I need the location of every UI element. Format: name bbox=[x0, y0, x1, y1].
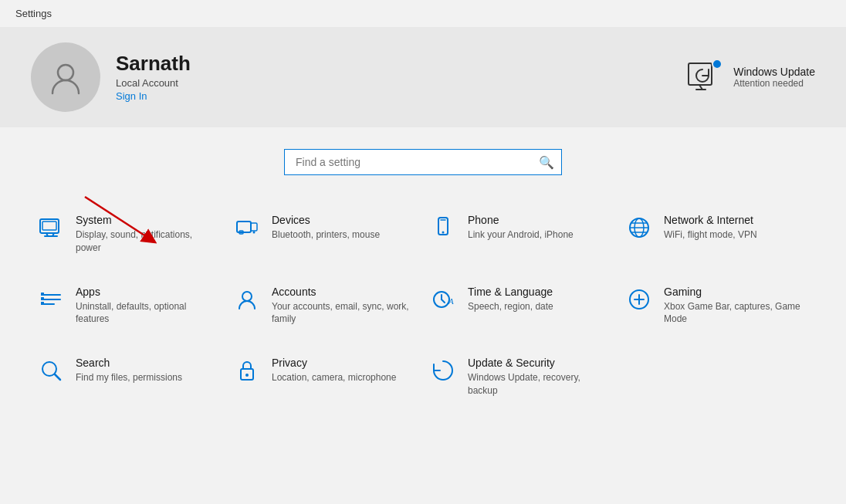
devices-desc: Bluetooth, printers, mouse bbox=[272, 228, 380, 242]
windows-update-button[interactable]: Windows Update Attention needed bbox=[685, 59, 815, 96]
find-a-setting-input[interactable] bbox=[284, 149, 562, 175]
system-title: System bbox=[76, 214, 215, 226]
update-security-icon bbox=[431, 358, 455, 386]
svg-rect-3 bbox=[42, 222, 56, 230]
network-icon bbox=[627, 215, 651, 243]
devices-title: Devices bbox=[272, 214, 380, 226]
phone-title: Phone bbox=[468, 214, 574, 226]
search-desc: Find my files, permissions bbox=[76, 371, 182, 384]
update-subtitle: Attention needed bbox=[733, 78, 815, 89]
svg-rect-19 bbox=[41, 293, 44, 296]
system-desc: Display, sound, notifications, power bbox=[76, 228, 215, 255]
setting-devices[interactable]: Devices Bluetooth, printers, mouse bbox=[227, 198, 423, 270]
setting-privacy[interactable]: Privacy Location, camera, microphone bbox=[227, 341, 423, 413]
accounts-text: Accounts Your accounts, email, sync, wor… bbox=[272, 286, 411, 326]
svg-rect-5 bbox=[251, 223, 257, 231]
svg-line-31 bbox=[55, 374, 60, 380]
time-desc: Speech, region, date bbox=[468, 300, 553, 313]
accounts-desc: Your accounts, email, sync, work, family bbox=[272, 300, 411, 326]
svg-point-7 bbox=[253, 232, 255, 234]
setting-update[interactable]: Update & Security Windows Update, recove… bbox=[423, 341, 619, 413]
time-title: Time & Language bbox=[468, 286, 553, 298]
setting-phone[interactable]: Phone Link your Android, iPhone bbox=[423, 198, 619, 270]
network-desc: WiFi, flight mode, VPN bbox=[664, 228, 757, 242]
system-icon bbox=[39, 215, 63, 243]
search-settings-icon bbox=[39, 358, 63, 386]
system-text: System Display, sound, notifications, po… bbox=[76, 214, 215, 255]
search-bar-wrap: 🔍 bbox=[284, 149, 562, 175]
update-text: Windows Update Attention needed bbox=[733, 66, 815, 89]
gaming-title: Gaming bbox=[664, 286, 803, 298]
avatar bbox=[31, 42, 100, 112]
update-text: Update & Security Windows Update, recove… bbox=[468, 357, 607, 397]
privacy-title: Privacy bbox=[272, 357, 396, 369]
phone-icon bbox=[431, 215, 455, 243]
search-bar-icon: 🔍 bbox=[539, 155, 554, 170]
privacy-desc: Location, camera, microphone bbox=[272, 371, 396, 384]
apps-text: Apps Uninstall, defaults, optional featu… bbox=[76, 286, 215, 326]
update-icon-wrap bbox=[685, 59, 722, 96]
svg-point-22 bbox=[242, 292, 252, 301]
account-type: Local Account bbox=[116, 77, 191, 89]
user-name: Sarnath bbox=[116, 52, 191, 76]
devices-icon bbox=[235, 215, 259, 243]
setting-accounts[interactable]: Accounts Your accounts, email, sync, wor… bbox=[227, 270, 423, 342]
apps-title: Apps bbox=[76, 286, 215, 298]
header: Sarnath Local Account Sign In Windows Up… bbox=[0, 27, 846, 127]
accounts-title: Accounts bbox=[272, 286, 411, 298]
phone-desc: Link your Android, iPhone bbox=[468, 228, 574, 242]
devices-text: Devices Bluetooth, printers, mouse bbox=[272, 214, 380, 242]
privacy-text: Privacy Location, camera, microphone bbox=[272, 357, 396, 384]
user-section: Sarnath Local Account Sign In bbox=[31, 42, 191, 112]
settings-grid: System Display, sound, notifications, po… bbox=[0, 191, 846, 421]
setting-apps[interactable]: Apps Uninstall, defaults, optional featu… bbox=[31, 270, 227, 342]
setting-system[interactable]: System Display, sound, notifications, po… bbox=[31, 198, 227, 270]
app-title: Settings bbox=[15, 8, 52, 19]
svg-text:A: A bbox=[448, 296, 454, 306]
setting-search[interactable]: Search Find my files, permissions bbox=[31, 341, 227, 413]
setting-network[interactable]: Network & Internet WiFi, flight mode, VP… bbox=[619, 198, 815, 270]
update-notification-dot bbox=[712, 59, 722, 69]
title-bar: Settings bbox=[0, 0, 846, 27]
search-title: Search bbox=[76, 357, 182, 369]
gaming-text: Gaming Xbox Game Bar, captures, Game Mod… bbox=[664, 286, 803, 326]
apps-icon bbox=[39, 287, 63, 315]
accounts-icon bbox=[235, 287, 259, 315]
search-text: Search Find my files, permissions bbox=[76, 357, 182, 384]
phone-text: Phone Link your Android, iPhone bbox=[468, 214, 574, 242]
svg-rect-20 bbox=[41, 297, 44, 300]
svg-rect-21 bbox=[41, 302, 44, 305]
update-desc: Windows Update, recovery, backup bbox=[468, 371, 607, 397]
svg-point-0 bbox=[58, 65, 73, 80]
gaming-desc: Xbox Game Bar, captures, Game Mode bbox=[664, 300, 803, 326]
update-title: Windows Update bbox=[733, 66, 815, 78]
svg-point-33 bbox=[245, 374, 249, 377]
privacy-icon bbox=[235, 358, 259, 386]
svg-line-25 bbox=[442, 299, 445, 303]
apps-desc: Uninstall, defaults, optional features bbox=[76, 300, 215, 326]
time-text: Time & Language Speech, region, date bbox=[468, 286, 553, 313]
search-bar-section: 🔍 bbox=[0, 127, 846, 191]
svg-point-9 bbox=[442, 232, 445, 234]
setting-time[interactable]: A Time & Language Speech, region, date bbox=[423, 270, 619, 342]
update-title: Update & Security bbox=[468, 357, 607, 369]
setting-gaming[interactable]: Gaming Xbox Game Bar, captures, Game Mod… bbox=[619, 270, 815, 342]
user-info: Sarnath Local Account Sign In bbox=[116, 52, 191, 103]
network-title: Network & Internet bbox=[664, 214, 757, 226]
time-icon: A bbox=[431, 287, 455, 315]
network-text: Network & Internet WiFi, flight mode, VP… bbox=[664, 214, 757, 242]
sign-in-link[interactable]: Sign In bbox=[116, 90, 147, 102]
gaming-icon bbox=[627, 287, 651, 315]
